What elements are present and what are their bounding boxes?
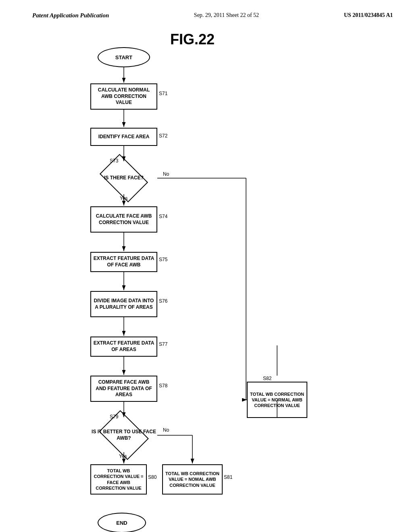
- header: Patent Application Publication Sep. 29, …: [0, 0, 413, 23]
- s82-label: S82: [263, 376, 271, 381]
- fig-label: FIG.22: [170, 31, 215, 48]
- s74-box: CALCULATE FACE AWB CORRECTION VALUE: [90, 206, 157, 233]
- s75-box: EXTRACT FEATURE DATA OF FACE AWB: [90, 252, 157, 272]
- s78-box: COMPARE FACE AWB AND FEATURE DATA OF ARE…: [90, 376, 157, 402]
- yes-label-2: Yes: [119, 453, 127, 459]
- s71-box: CALCULATE NORMAL AWB CORRECTION VALUE: [90, 83, 157, 110]
- yes-label-1: Yes: [120, 195, 128, 201]
- header-left: Patent Application Publication: [32, 12, 109, 19]
- s82-box: TOTAL WB CORRECTION VALUE = NORMAL AWB C…: [247, 382, 307, 418]
- s71-label: S71: [159, 91, 167, 96]
- s81-label: S81: [224, 474, 232, 480]
- s77-box: EXTRACT FEATURE DATA OF AREAS: [90, 337, 157, 357]
- s79-diamond-container: IS IT BETTER TO USE FACE AWB?: [90, 418, 157, 452]
- s80-box: TOTAL WB CORRECTION VALUE = FACE AWB COR…: [90, 464, 147, 495]
- no-label-2: No: [163, 427, 169, 433]
- header-center: Sep. 29, 2011 Sheet 22 of 52: [194, 12, 259, 19]
- s80-label: S80: [148, 474, 156, 480]
- s75-label: S75: [159, 257, 167, 262]
- header-right: US 2011/0234845 A1: [344, 12, 393, 19]
- s79-text: IS IT BETTER TO USE FACE AWB?: [90, 418, 157, 452]
- s72-box: IDENTIFY FACE AREA: [90, 128, 157, 146]
- s72-label: S72: [159, 133, 167, 139]
- no-label-1: No: [163, 171, 169, 177]
- start-node: START: [98, 47, 150, 67]
- s74-label: S74: [159, 214, 167, 219]
- s81-box: TOTAL WB CORRECTION VALUE = NOMAL AWB CO…: [162, 464, 223, 495]
- end-node: END: [98, 513, 146, 532]
- s78-label: S78: [159, 383, 167, 389]
- s73-diamond-container: IS THERE FACE?: [90, 162, 157, 194]
- s76-box: DIVIDE IMAGE DATA INTO A PLURALITY OF AR…: [90, 291, 157, 317]
- s77-label: S77: [159, 341, 167, 347]
- diagram-container: FIG.22 START CALCULATE NORMAL AWB CORREC…: [65, 31, 348, 495]
- s73-text: IS THERE FACE?: [90, 162, 157, 194]
- s76-label: S76: [159, 298, 167, 304]
